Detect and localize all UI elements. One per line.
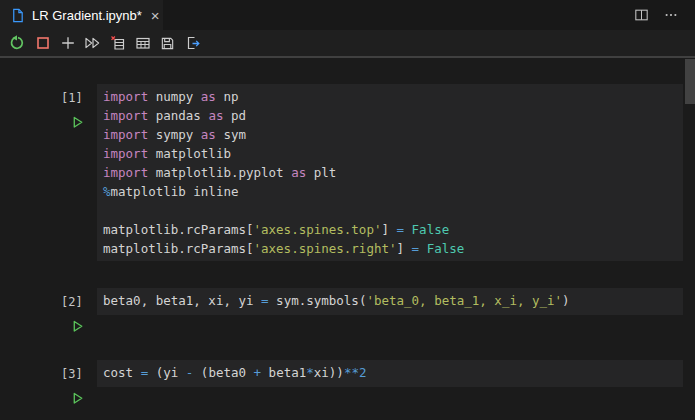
code-line: import sympy as sym [97, 125, 683, 144]
table-icon [135, 35, 151, 51]
code-line: matplotlib.rcParams['axes.spines.right']… [97, 239, 683, 258]
tab-title: LR Gradient.ipynb* [32, 8, 142, 23]
stop-icon [35, 35, 51, 51]
save-button[interactable] [159, 33, 176, 53]
run-cell-button[interactable] [71, 319, 86, 334]
tab-bar: LR Gradient.ipynb* × [0, 0, 695, 30]
code-line: import pandas as pd [97, 106, 683, 125]
scrollbar-thumb[interactable] [685, 59, 695, 104]
close-icon[interactable]: × [151, 8, 160, 23]
variables-button[interactable] [134, 33, 151, 53]
export-button[interactable] [184, 33, 201, 53]
run-cell-button[interactable] [71, 115, 86, 130]
run-cell-button[interactable] [71, 391, 86, 406]
export-icon [185, 35, 201, 51]
interrupt-kernel-button[interactable] [34, 33, 51, 53]
code-cell[interactable]: import numpy as npimport pandas as pdimp… [97, 84, 683, 261]
code-line: cost = (yi - (beta0 + beta1*xi))**2 [97, 363, 683, 382]
split-editor-icon [634, 8, 649, 22]
execution-count: [2] [61, 293, 83, 312]
plus-icon [60, 35, 76, 51]
add-cell-button[interactable] [59, 33, 76, 53]
code-cell[interactable]: cost = (yi - (beta0 + beta1*xi))**2 [97, 360, 683, 387]
editor-actions [634, 0, 695, 30]
play-icon [71, 391, 86, 406]
run-all-icon [84, 35, 101, 51]
ellipsis-icon [663, 8, 679, 22]
code-line: import matplotlib [97, 144, 683, 163]
code-line: beta0, beta1, xi, yi = sym.symbols('beta… [97, 291, 683, 310]
vscode-window: LR Gradient.ipynb* × [0, 0, 695, 420]
play-icon [71, 319, 86, 334]
save-icon [160, 36, 175, 51]
notebook-file-icon [10, 8, 25, 23]
more-actions-button[interactable] [663, 8, 679, 22]
code-line: import numpy as np [97, 87, 683, 106]
clear-outputs-button[interactable] [109, 33, 126, 53]
split-editor-button[interactable] [634, 8, 649, 22]
notebook-toolbar [0, 30, 695, 58]
code-line: matplotlib.rcParams['axes.spines.top'] =… [97, 220, 683, 239]
clear-outputs-icon [110, 35, 126, 51]
restart-kernel-button[interactable] [9, 33, 26, 53]
tabbar-empty-space [163, 0, 634, 30]
tab-lr-gradient[interactable]: LR Gradient.ipynb* × [0, 0, 163, 30]
code-line: %matplotlib inline [97, 182, 683, 201]
execution-count: [3] [61, 365, 83, 384]
play-icon [71, 115, 86, 130]
execution-count: [1] [61, 89, 83, 108]
code-line: import matplotlib.pyplot as plt [97, 163, 683, 182]
restart-icon [10, 35, 26, 51]
notebook-editor: [1]import numpy as npimport pandas as pd… [0, 58, 695, 420]
run-all-button[interactable] [84, 33, 101, 53]
code-line [97, 201, 683, 220]
code-cell[interactable]: beta0, beta1, xi, yi = sym.symbols('beta… [97, 288, 683, 315]
